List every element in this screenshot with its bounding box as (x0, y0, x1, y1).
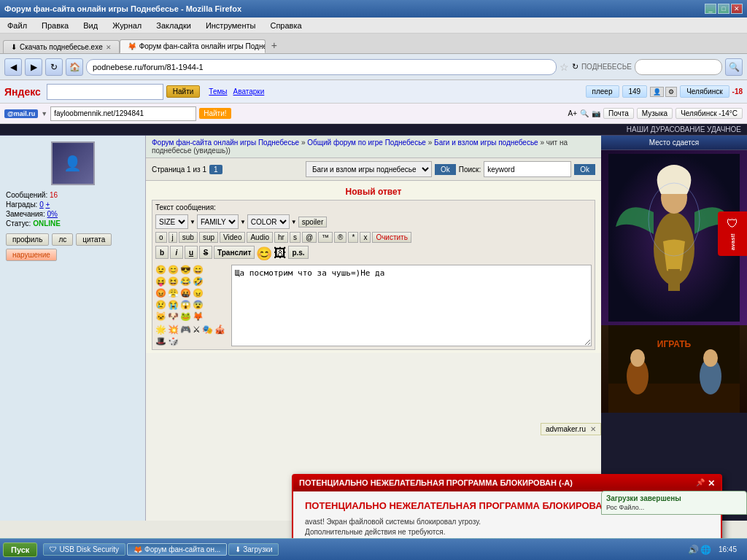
smiley-26[interactable]: 🎪 (214, 324, 225, 335)
smiley-23[interactable]: 🎮 (180, 324, 191, 335)
search-input[interactable] (484, 161, 571, 177)
start-button[interactable]: Пуск (3, 542, 37, 557)
smiley-19[interactable]: 🐸 (180, 311, 191, 322)
size-select[interactable]: SIZE (155, 214, 188, 229)
spoiler-button[interactable]: spoiler (298, 217, 327, 228)
btn-audio[interactable]: Audio (247, 232, 273, 243)
italic-button[interactable]: i (170, 246, 183, 259)
warnings-value[interactable]: 0% (47, 210, 58, 218)
btn-o[interactable]: o (155, 232, 167, 243)
menu-edit[interactable]: Правка (37, 20, 73, 31)
btn-hr[interactable]: hr (274, 232, 288, 243)
yandex-link-themes[interactable]: Темы (209, 88, 227, 96)
smiley-14[interactable]: 😭 (168, 300, 179, 310)
home-button[interactable]: 🏠 (66, 58, 83, 76)
avast-pin-icon[interactable]: 📌 (696, 478, 705, 489)
yandex-find-button[interactable]: Найти (166, 85, 201, 98)
breadcrumb-link-1[interactable]: Форум фан-сайта онлайн игры Поднебесье (152, 139, 299, 147)
mail-find-button[interactable]: Найти! (199, 108, 231, 119)
new-tab-button[interactable]: + (266, 37, 283, 53)
btn-video[interactable]: Video (220, 232, 245, 243)
refresh-icon[interactable]: ↻ (572, 62, 578, 71)
menu-view[interactable]: Вид (79, 20, 102, 31)
smiley-27[interactable]: 🎩 (155, 336, 166, 346)
advmaker-close-button[interactable]: ✕ (590, 425, 596, 433)
search-button[interactable]: 🔍 (725, 58, 743, 76)
btn-j[interactable]: j (169, 232, 177, 243)
clear-button[interactable]: Очистить (372, 232, 411, 243)
profile-button[interactable]: профиль (6, 233, 49, 246)
awards-value[interactable]: 0 (39, 201, 44, 209)
avast-close-button[interactable]: ✕ (708, 478, 715, 489)
add-award-icon[interactable]: + (45, 201, 50, 209)
tab-2[interactable]: 🦊 Форум фан-сайта онлайн игры Подне... ✕ (120, 39, 266, 53)
smiley-24[interactable]: ⚔ (193, 324, 201, 335)
forward-button[interactable]: ▶ (25, 58, 42, 76)
btn-sub[interactable]: sub (179, 232, 198, 243)
smiley-15[interactable]: 😱 (180, 300, 191, 310)
page-number[interactable]: 1 (209, 165, 222, 174)
smiley-3[interactable]: 😎 (180, 265, 191, 275)
smiley-21[interactable]: 🌟 (155, 324, 166, 335)
reload-button[interactable]: ↻ (45, 58, 63, 76)
smiley-4[interactable]: 😄 (193, 265, 204, 275)
quote-button[interactable]: цитата (76, 233, 112, 246)
breadcrumb-link-3[interactable]: Баги и взлом игры поднебесье (434, 139, 538, 147)
mail-icon-3[interactable]: 📷 (592, 109, 600, 117)
menu-help[interactable]: Справка (266, 20, 306, 31)
btn-reg[interactable]: ® (334, 232, 347, 243)
smiley-13[interactable]: 😢 (155, 300, 166, 310)
menu-bookmarks[interactable]: Закладки (152, 20, 196, 31)
yandex-icon-1[interactable]: 👤 (650, 87, 664, 97)
yandex-player-btn[interactable]: плеер (586, 85, 619, 98)
image-button[interactable]: 🖼 (274, 246, 287, 262)
mail-url-input[interactable] (50, 106, 196, 121)
mail-icon-2[interactable]: 🔍 (580, 109, 589, 117)
taskbar-item-usb[interactable]: 🛡 USB Disk Security (43, 543, 125, 556)
back-button[interactable]: ◀ (4, 58, 22, 76)
tab-1-close-icon[interactable]: ✕ (106, 44, 112, 51)
warn-button[interactable]: нарушение (6, 249, 57, 261)
yandex-icon-2[interactable]: ⚙ (665, 87, 677, 97)
bold-button[interactable]: b (155, 246, 169, 259)
search-category-ok-btn[interactable]: Ok (435, 164, 456, 175)
btn-x[interactable]: x (360, 232, 371, 243)
taskbar-item-firefox[interactable]: 🦊 Форум фан-сайта он... (127, 543, 227, 556)
btn-sup[interactable]: sup (199, 232, 218, 243)
strikethrough-button[interactable]: S (199, 246, 212, 259)
message-textarea[interactable]: Ща посмотрим что за чушь=)Не да (231, 265, 592, 346)
btn-at[interactable]: @ (302, 232, 317, 243)
maximize-button[interactable]: □ (718, 4, 729, 14)
yandex-mail-count[interactable]: 149 (622, 85, 648, 98)
underline-button[interactable]: u (185, 246, 198, 259)
smiley-2[interactable]: 😊 (168, 265, 179, 275)
ps-button[interactable]: p.s. (288, 246, 308, 259)
smiley-8[interactable]: 🤣 (193, 276, 204, 287)
smiley-22[interactable]: 💥 (168, 324, 179, 335)
family-select[interactable]: FAMILY (197, 214, 239, 229)
yandex-search-input[interactable] (47, 84, 163, 100)
breadcrumb-link-2[interactable]: Общий форум по игре Поднебесье (307, 139, 426, 147)
taskbar-item-downloads[interactable]: ⬇ Загрузки (228, 543, 279, 556)
tab-1[interactable]: ⬇ Скачать поднебесье.exe ✕ (3, 40, 120, 53)
menu-file[interactable]: Файл (3, 20, 31, 31)
smiley-28[interactable]: 🎲 (168, 336, 179, 346)
smiley-20[interactable]: 🦊 (193, 311, 204, 322)
url-input[interactable] (86, 59, 557, 75)
smiley-17[interactable]: 🐱 (155, 311, 166, 322)
close-button[interactable]: ✕ (731, 4, 743, 14)
smiley-10[interactable]: 😤 (168, 288, 179, 298)
smiley-5[interactable]: 😝 (155, 276, 166, 287)
btn-s[interactable]: s (290, 232, 301, 243)
smiley-11[interactable]: 🤬 (180, 288, 191, 298)
translit-button[interactable]: Транслит (214, 246, 255, 259)
menu-history[interactable]: Журнал (108, 20, 146, 31)
smiley-1[interactable]: 😉 (155, 265, 166, 275)
bookmark-icon[interactable]: ☆ (560, 61, 569, 73)
search-ok-btn[interactable]: Ok (574, 164, 595, 175)
mail-music-btn[interactable]: Музыка (637, 108, 673, 119)
menu-tools[interactable]: Инструменты (201, 20, 260, 31)
yandex-link-avatars[interactable]: Аватарки (233, 88, 265, 96)
mail-dropdown-icon[interactable]: ▼ (41, 110, 47, 117)
smiley-18[interactable]: 🐶 (168, 311, 179, 322)
